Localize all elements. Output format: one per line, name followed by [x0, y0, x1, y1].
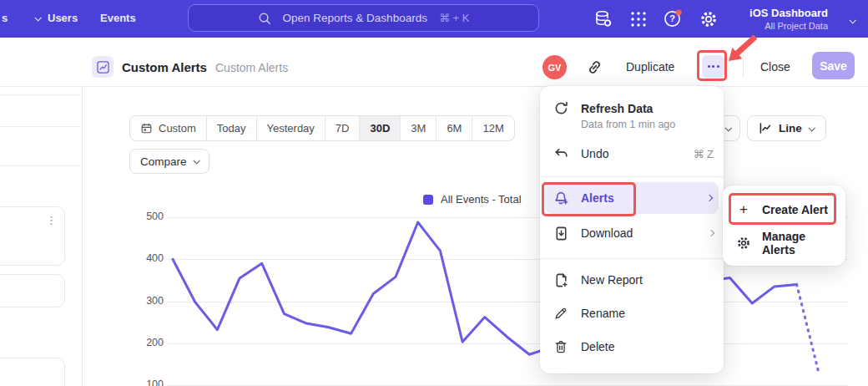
compare-button[interactable]: Compare: [129, 149, 209, 174]
report-header: Custom Alerts Custom Alerts GV Duplicate…: [0, 38, 868, 87]
avatar[interactable]: GV: [542, 55, 567, 79]
submenu-chevron-icon: [706, 195, 713, 201]
duplicate-button[interactable]: Duplicate: [626, 60, 674, 74]
header-divider: [743, 54, 744, 78]
menu-item-undo[interactable]: Undo ⌘ Z: [540, 140, 724, 168]
query-builder-rail: ⋮: [0, 87, 83, 386]
menu-item-delete[interactable]: Delete: [540, 332, 724, 362]
menu-item-rename[interactable]: Rename: [540, 298, 724, 328]
gear-icon: [736, 236, 751, 251]
menu-label: Undo: [581, 147, 608, 160]
navbar-right-group: ? iOS Dashboard All Project Data: [593, 0, 855, 38]
range-6m[interactable]: 6M: [436, 116, 472, 140]
menu-label: Alerts: [581, 191, 614, 205]
plus-icon: +: [736, 201, 751, 218]
range-yesterday[interactable]: Yesterday: [256, 116, 325, 140]
range-today[interactable]: Today: [206, 116, 256, 140]
gridline: [167, 302, 848, 302]
more-options-button[interactable]: [702, 55, 724, 78]
range-label: Custom: [159, 122, 196, 135]
menu-item-refresh-data[interactable]: Refresh Data Data from 1 min ago: [540, 96, 724, 136]
menu-label: Download: [581, 226, 633, 240]
close-button[interactable]: Close: [760, 60, 790, 74]
line-chart-icon: [758, 121, 772, 135]
help-icon[interactable]: ?: [663, 8, 684, 29]
menu-label: Refresh Data: [581, 102, 653, 115]
legend-swatch-icon: [423, 195, 433, 205]
menu-divider: [540, 258, 724, 259]
range-30d[interactable]: 30D: [359, 116, 400, 140]
query-card: [0, 274, 65, 307]
query-card: [0, 358, 65, 386]
top-navbar: s Users Events Open Reports & Dashboards…: [0, 0, 868, 38]
project-chevron-down-icon[interactable]: [850, 12, 855, 27]
submenu-item-create-alert[interactable]: + Create Alert: [729, 196, 839, 224]
y-axis-tick: 500: [130, 211, 164, 222]
range-12m[interactable]: 12M: [472, 116, 513, 140]
menu-item-download[interactable]: Download: [540, 218, 724, 248]
date-range-segmented-control: Custom Today Yesterday 7D 30D 3M 6M 12M: [129, 115, 515, 141]
submenu-chevron-icon: [708, 230, 714, 236]
range-custom[interactable]: Custom: [130, 116, 206, 140]
settings-gear-icon[interactable]: [698, 8, 719, 29]
notification-dot: [676, 9, 682, 15]
y-axis-tick: 100: [130, 378, 164, 386]
alerts-submenu: + Create Alert Manage Alerts: [723, 185, 845, 266]
project-switcher[interactable]: iOS Dashboard All Project Data: [749, 7, 828, 31]
chart-legend[interactable]: All Events - Total: [423, 193, 522, 206]
chevron-down-icon: [193, 157, 199, 164]
menu-label: New Report: [581, 273, 643, 287]
submenu-item-manage-alerts[interactable]: Manage Alerts: [729, 229, 839, 257]
range-7d[interactable]: 7D: [325, 116, 360, 140]
y-axis-tick: 300: [130, 295, 164, 307]
legend-label: All Events - Total: [441, 193, 522, 206]
compare-label: Compare: [140, 155, 187, 168]
report-type-icon: [92, 56, 114, 78]
refresh-data-age: Data from 1 min ago: [581, 119, 675, 130]
download-icon: [552, 226, 570, 241]
global-search-input[interactable]: Open Reports & Dashboards ⌘ + K: [188, 4, 539, 32]
save-button[interactable]: Save: [812, 52, 855, 79]
search-shortcut: ⌘ + K: [439, 12, 470, 24]
data-management-icon[interactable]: [593, 8, 613, 29]
kebab-menu-icon[interactable]: ⋮: [46, 214, 57, 226]
nav-item-users[interactable]: Users: [48, 12, 78, 24]
y-axis-tick: 200: [130, 337, 164, 348]
submenu-label: Manage Alerts: [762, 230, 832, 256]
undo-shortcut: ⌘ Z: [693, 148, 714, 160]
apps-grid-icon[interactable]: [628, 8, 648, 29]
breadcrumb: Custom Alerts: [215, 61, 288, 74]
rail-divider: [0, 165, 81, 166]
submenu-label: Create Alert: [762, 203, 828, 216]
app-root: { "colors": { "navbar": "#4b41d8", "acce…: [0, 0, 868, 386]
chevron-down-icon: [724, 124, 731, 131]
search-placeholder: Open Reports & Dashboards: [283, 12, 427, 24]
menu-item-alerts[interactable]: Alerts: [545, 182, 719, 214]
svg-text:?: ?: [669, 13, 675, 23]
query-card: ⋮: [0, 206, 65, 266]
new-report-icon: [552, 272, 570, 288]
pencil-icon: [552, 306, 570, 321]
copy-link-icon[interactable]: [586, 58, 603, 76]
refresh-icon: [552, 100, 570, 116]
undo-icon: [552, 146, 570, 162]
trash-icon: [552, 339, 570, 354]
project-scope: All Project Data: [749, 21, 828, 31]
chart-type-button[interactable]: Line: [747, 115, 826, 141]
report-options-menu: Refresh Data Data from 1 min ago Undo ⌘ …: [540, 86, 724, 373]
nav-item-boards-partial[interactable]: s: [2, 12, 40, 24]
gridline: [167, 343, 848, 344]
search-icon: [258, 12, 271, 25]
range-3m[interactable]: 3M: [400, 116, 436, 140]
nav-partial-label: s: [2, 12, 8, 24]
rail-divider: [0, 126, 81, 127]
menu-item-new-report[interactable]: New Report: [540, 265, 724, 295]
chevron-down-icon: [808, 124, 815, 131]
project-name: iOS Dashboard: [749, 7, 828, 19]
page-title: Custom Alerts: [122, 60, 207, 74]
menu-divider: [540, 176, 724, 177]
nav-item-events[interactable]: Events: [100, 12, 136, 24]
chevron-down-icon: [35, 14, 42, 21]
y-axis-tick: 400: [130, 252, 164, 264]
menu-label: Delete: [581, 340, 614, 353]
